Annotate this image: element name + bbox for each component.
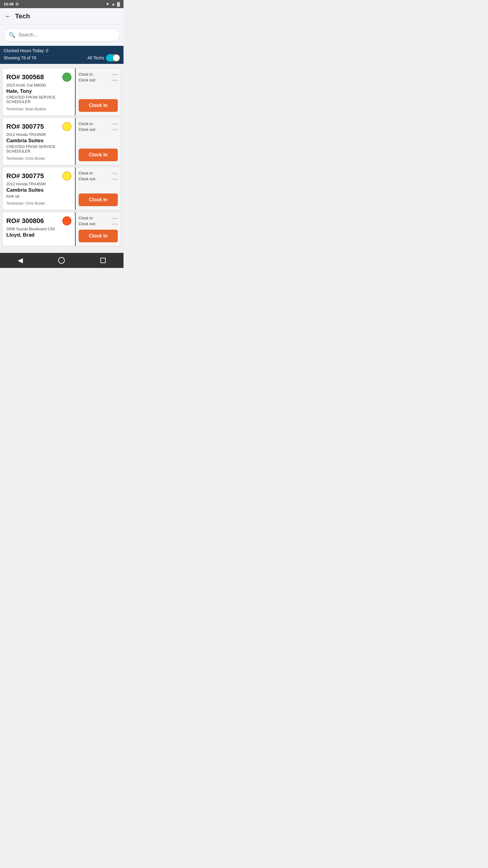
ro-number-2: RO# 300775 — [6, 172, 44, 180]
clock-in-button-2[interactable]: Clock In — [78, 193, 118, 206]
clock-in-value-3: --:-- — [111, 216, 118, 220]
clock-out-value-2: --:-- — [111, 177, 118, 181]
technician-text-0: Technician: Brian Bodine — [6, 107, 71, 111]
ro-number-1: RO# 300775 — [6, 123, 44, 130]
description-text-1: CREATED FROM SERVICE SCHEDULER — [6, 144, 71, 153]
clock-in-value-1: --:-- — [111, 121, 118, 126]
search-input[interactable] — [19, 32, 115, 38]
clock-in-button-1[interactable]: Clock In — [78, 149, 118, 161]
card-left-3: RO# 300806 2006 Suzuki Boulevard C50 Llo… — [3, 212, 76, 246]
cards-list: RO# 300568 2015 Arctic Cat M8000 Hale, T… — [0, 64, 124, 250]
description-text-2: tune up — [6, 194, 71, 198]
status-bar: 10:46 ⊙ ▼ ▲ ▓ — [0, 0, 124, 8]
card-right-3: Clock in: --:-- Clock out: --:-- Clock I… — [76, 212, 121, 246]
ro-number-3: RO# 300806 — [6, 217, 44, 225]
clock-times-0: Clock in: --:-- Clock out: --:-- — [78, 72, 118, 84]
search-box[interactable]: 🔍 — [4, 28, 120, 41]
clock-out-value-3: --:-- — [111, 221, 118, 226]
all-techs-toggle-wrapper[interactable]: All Techs — [87, 54, 120, 61]
clock-in-label-0: Clock in: — [78, 72, 94, 76]
battery-icon: ▓ — [117, 2, 120, 6]
nav-square-button[interactable] — [100, 258, 106, 263]
table-row: RO# 300568 2015 Arctic Cat M8000 Hale, T… — [2, 68, 121, 116]
clock-in-value-2: --:-- — [111, 171, 118, 176]
card-left-2: RO# 300775 2012 Honda TRX450R Cambria Su… — [3, 167, 76, 210]
card-ro-row-3: RO# 300806 — [6, 216, 71, 225]
vehicle-text-1: 2012 Honda TRX450R — [6, 132, 71, 137]
card-ro-row-1: RO# 300775 — [6, 122, 71, 131]
card-right-1: Clock in: --:-- Clock out: --:-- Clock I… — [76, 118, 121, 165]
status-dot-2 — [62, 172, 71, 181]
clock-in-row-3: Clock in: --:-- — [78, 216, 118, 220]
wifi-icon: ▼ — [106, 2, 110, 6]
page-title: Tech — [15, 12, 30, 20]
clock-in-row-1: Clock in: --:-- — [78, 121, 118, 126]
clock-in-button-3[interactable]: Clock In — [78, 230, 118, 242]
all-techs-toggle[interactable] — [106, 54, 120, 61]
clock-out-row-0: Clock out: --:-- — [78, 78, 118, 82]
showing-count-text: Showing 78 of 78 — [4, 56, 36, 60]
clocked-hours-text: Clocked Hours Today: 0 — [4, 48, 48, 53]
customer-name-2: Cambria Suites — [6, 187, 71, 193]
status-right: ▼ ▲ ▓ — [106, 2, 120, 6]
info-row-showing: Showing 78 of 78 All Techs — [4, 54, 120, 61]
status-dot-0 — [62, 73, 71, 82]
technician-text-1: Technician: Chris Brown — [6, 156, 71, 161]
clock-out-value-0: --:-- — [111, 78, 118, 82]
card-left-0: RO# 300568 2015 Arctic Cat M8000 Hale, T… — [3, 68, 76, 116]
clock-times-3: Clock in: --:-- Clock out: --:-- — [78, 216, 118, 227]
nav-home-button[interactable] — [58, 257, 65, 264]
clock-in-row-2: Clock in: --:-- — [78, 171, 118, 176]
card-ro-row-2: RO# 300775 — [6, 172, 71, 181]
nav-back-button[interactable]: ◀ — [18, 256, 23, 264]
customer-name-0: Hale, Tony — [6, 88, 71, 94]
card-right-0: Clock in: --:-- Clock out: --:-- Clock I… — [76, 68, 121, 116]
clock-in-label-3: Clock in: — [78, 216, 94, 220]
clock-in-button-0[interactable]: Clock In — [78, 99, 118, 112]
info-row-hours: Clocked Hours Today: 0 — [4, 48, 120, 53]
bottom-nav: ◀ — [0, 253, 124, 268]
customer-name-3: Lloyd, Brad — [6, 232, 71, 238]
info-bar: Clocked Hours Today: 0 Showing 78 of 78 … — [0, 46, 124, 64]
ro-number-0: RO# 300568 — [6, 73, 44, 81]
clock-out-label-2: Clock out: — [78, 177, 96, 181]
search-icon: 🔍 — [9, 32, 15, 38]
back-button[interactable]: ← — [5, 12, 11, 20]
table-row: RO# 300806 2006 Suzuki Boulevard C50 Llo… — [2, 212, 121, 246]
customer-name-1: Cambria Suites — [6, 138, 71, 144]
all-techs-label: All Techs — [87, 56, 104, 60]
clock-out-value-1: --:-- — [111, 127, 118, 132]
clock-out-label-0: Clock out: — [78, 78, 96, 82]
vehicle-text-0: 2015 Arctic Cat M8000 — [6, 83, 71, 87]
clock-in-value-0: --:-- — [111, 72, 118, 76]
vehicle-text-3: 2006 Suzuki Boulevard C50 — [6, 227, 71, 231]
clock-times-1: Clock in: --:-- Clock out: --:-- — [78, 121, 118, 133]
search-container: 🔍 — [0, 25, 124, 46]
status-dot-1 — [62, 122, 71, 131]
app-header: ← Tech — [0, 8, 124, 25]
table-row: RO# 300775 2012 Honda TRX450R Cambria Su… — [2, 167, 121, 210]
card-ro-row-0: RO# 300568 — [6, 73, 71, 82]
technician-text-2: Technician: Chris Brown — [6, 201, 71, 206]
toggle-circle — [113, 55, 120, 61]
clock-times-2: Clock in: --:-- Clock out: --:-- — [78, 171, 118, 182]
clock-out-label-3: Clock out: — [78, 221, 96, 226]
clock-in-row-0: Clock in: --:-- — [78, 72, 118, 76]
clock-out-row-1: Clock out: --:-- — [78, 127, 118, 132]
signal-bars-icon: ▲ — [111, 2, 116, 6]
clock-out-row-2: Clock out: --:-- — [78, 177, 118, 181]
vehicle-text-2: 2012 Honda TRX450R — [6, 182, 71, 186]
clock-in-label-1: Clock in: — [78, 121, 94, 126]
card-right-2: Clock in: --:-- Clock out: --:-- Clock I… — [76, 167, 121, 210]
table-row: RO# 300775 2012 Honda TRX450R Cambria Su… — [2, 118, 121, 165]
clock-out-label-1: Clock out: — [78, 127, 96, 132]
description-text-0: CREATED FROM SERVICE SCHEDULER — [6, 95, 71, 104]
clock-out-row-3: Clock out: --:-- — [78, 221, 118, 226]
status-time: 10:46 — [4, 2, 13, 6]
clock-in-label-2: Clock in: — [78, 171, 94, 176]
status-left: 10:46 ⊙ — [4, 2, 19, 6]
status-dot-3 — [62, 216, 71, 225]
card-left-1: RO# 300775 2012 Honda TRX450R Cambria Su… — [3, 118, 76, 165]
signal-icon: ⊙ — [15, 2, 19, 6]
